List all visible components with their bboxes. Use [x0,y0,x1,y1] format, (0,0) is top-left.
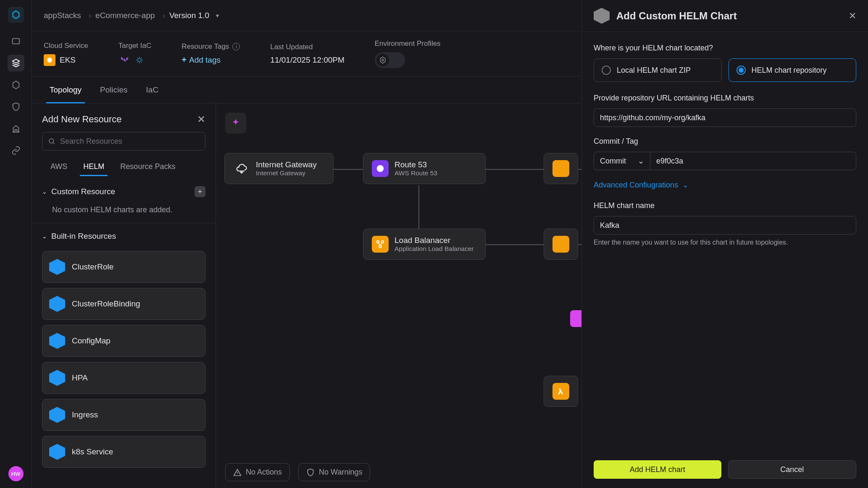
nav-shield-icon[interactable] [8,98,24,115]
commit-tag-label: Commit / Tag [594,137,856,146]
env-profiles-toggle[interactable] [375,52,405,68]
location-label: Where is your HELM chart located? [594,44,856,53]
panel-title: Add New Resource [42,114,122,125]
chevron-right-icon: › [163,11,165,20]
advanced-configurations-toggle[interactable]: Advanced Confiugrations ⌄ [594,180,856,190]
nav-governance-icon[interactable] [8,120,24,137]
icon-rail: HW [0,0,32,488]
chevron-right-icon: › [89,11,91,20]
cloud-service-value: EKS [60,55,76,65]
warnings-status[interactable]: No Warnings [298,463,370,481]
hex-icon [49,444,65,460]
svg-point-1 [138,58,141,62]
node-internet-gateway[interactable]: Internet Gateway Internet Gateway [224,153,334,184]
last-updated-value: 11/01/2025 12:00PM [270,55,344,65]
hex-icon [49,407,65,423]
breadcrumb-root[interactable]: appStacks [44,11,81,20]
subtab-aws[interactable]: AWS [44,157,74,176]
builtin-resource-section[interactable]: ⌄ Built-in Resources [32,223,216,246]
chart-name-help: Enter the name you want to use for this … [594,239,856,246]
repo-url-input[interactable] [594,108,856,127]
subtab-helm[interactable]: HELM [76,157,111,176]
avatar[interactable]: HW [8,466,24,481]
radio-icon [736,66,746,75]
aws-icon [552,236,569,253]
helm-icon [134,54,145,66]
ai-assist-button[interactable] [225,113,246,134]
panel-title: Add Custom HELM Chart [616,10,737,22]
add-tags-button[interactable]: + Add tags [181,55,240,65]
svg-point-4 [377,165,384,172]
resource-k8s-service[interactable]: k8s Service [42,436,205,468]
close-icon[interactable]: ✕ [197,113,205,125]
nav-stacks-icon[interactable] [8,55,24,71]
hex-icon [49,333,65,349]
node-partial-1[interactable] [544,153,578,184]
nav-link-icon[interactable] [8,142,24,159]
resource-configmap[interactable]: ConfigMap [42,325,205,357]
env-profiles-label: Environment Profiles [375,40,441,48]
option-local-zip[interactable]: Local HELM chart ZIP [594,58,722,82]
hex-icon [594,8,610,24]
resource-ingress[interactable]: Ingress [42,399,205,431]
chevron-down-icon: ⌄ [42,233,47,240]
cloud-icon [233,160,250,177]
hex-icon [49,370,65,386]
last-updated-label: Last Updated [270,43,344,51]
commit-value-input[interactable] [650,152,856,170]
subtab-packs[interactable]: Resource Packs [113,157,182,176]
node-route53[interactable]: Route 53 AWS Route 53 [363,153,486,184]
actions-status[interactable]: No Actions [225,463,290,481]
svg-point-2 [382,59,384,61]
chart-name-input[interactable] [594,216,856,235]
resource-clusterrolebinding[interactable]: ClusterRoleBinding [42,288,205,320]
node-partial-4[interactable] [544,376,578,407]
commit-tag-select[interactable]: Commit ⌄ [594,152,650,170]
chevron-down-icon: ⌄ [682,180,689,190]
hex-icon [49,259,65,275]
cloud-service-label: Cloud Service [44,42,88,50]
tab-topology[interactable]: Topology [42,77,89,103]
chart-name-label: HELM chart name [594,201,856,210]
hex-icon [49,296,65,312]
plus-icon: + [181,55,187,65]
breadcrumb-version[interactable]: Version 1.0 [169,11,209,20]
aws-icon [552,160,569,177]
svg-point-3 [49,139,54,143]
load-balancer-icon [372,236,389,253]
node-partial-2[interactable] [544,229,578,260]
svg-rect-0 [12,39,19,44]
route53-icon [372,160,389,177]
nav-hex-icon[interactable] [8,76,24,93]
repo-url-label: Provide repository URL containing HELM c… [594,94,856,103]
option-repository[interactable]: HELM chart repository [729,58,857,82]
lambda-icon [552,383,569,400]
svg-point-7 [379,245,381,248]
breadcrumb-app[interactable]: eCommerce-app [95,11,155,20]
nav-screens-icon[interactable] [8,33,24,50]
logo[interactable] [8,7,24,23]
cancel-button[interactable]: Cancel [728,460,857,479]
chevron-down-icon: ⌄ [638,156,644,166]
search-icon [48,137,55,145]
add-custom-resource-button[interactable]: + [195,186,205,197]
terraform-icon [118,54,130,66]
chevron-down-icon: ⌄ [42,188,47,195]
tab-iac[interactable]: IaC [139,77,166,103]
resource-hpa[interactable]: HPA [42,362,205,394]
resource-tags-label: Resource Tags i [181,42,240,51]
add-helm-chart-button[interactable]: Add HELM chart [594,460,721,479]
resource-panel: Add New Resource ✕ AWS HELM Resource Pac… [32,103,216,488]
chevron-down-icon[interactable]: ▾ [216,12,219,19]
target-iac-label: Target IaC [118,42,151,50]
tab-policies[interactable]: Policies [92,77,135,103]
custom-empty-text: No custom HELM charts are added. [32,202,216,223]
info-icon[interactable]: i [232,43,240,50]
close-icon[interactable]: ✕ [849,11,856,21]
radio-icon [602,66,611,75]
eks-icon [44,54,55,66]
search-input[interactable] [42,132,205,150]
resource-clusterrole[interactable]: ClusterRole [42,251,205,283]
custom-resource-section[interactable]: ⌄ Custom Resource + [32,178,216,202]
node-load-balancer[interactable]: Load Balanacer Application Load Balanace… [363,229,486,260]
